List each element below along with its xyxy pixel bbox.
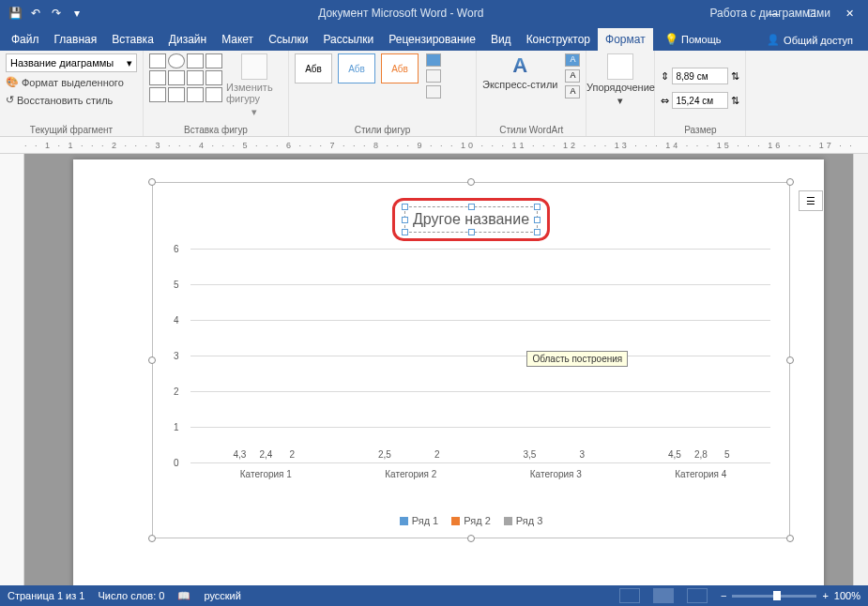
group-label: Размер [661,123,739,135]
arrange-button[interactable]: Упорядочение▾ [592,53,648,107]
page[interactable]: ☰ Другое название 01234564,32,42Категори… [73,159,824,585]
wordart-icon: A [512,53,527,78]
tab-help-label: Помощь [681,34,722,45]
text-fill-button[interactable]: A [565,53,580,67]
resize-handle[interactable] [786,356,794,364]
vertical-scrollbar[interactable] [853,154,868,585]
tab-format[interactable]: Формат [598,28,653,51]
resize-handle[interactable] [467,535,475,542]
group-label: Стили WordArt [482,123,580,135]
width-input[interactable]: 15,24 см [672,92,728,109]
text-effects-button[interactable]: A [565,85,580,98]
resize-handle[interactable] [786,535,794,542]
chart-title-highlight: Другое название [392,198,550,241]
shape-outline-button[interactable] [426,69,441,83]
statusbar: Страница 1 из 1 Число слов: 0 📖 русский … [0,585,868,606]
zoom-in-button[interactable]: + [822,590,828,601]
tab-view[interactable]: Вид [483,28,519,51]
word-count[interactable]: Число слов: 0 [98,590,164,601]
reset-style-button[interactable]: ↺ Восстановить стиль [6,92,113,108]
tab-file[interactable]: Файл [4,28,47,51]
group-label: Стили фигур [295,123,470,135]
proofing-icon[interactable]: 📖 [177,590,190,602]
tab-home[interactable]: Главная [47,28,105,51]
language-indicator[interactable]: русский [204,590,240,601]
tab-help[interactable]: 💡 Помощь [657,28,729,51]
tab-layout[interactable]: Макет [214,28,261,51]
group-label: Вставка фигур [149,123,282,135]
share-label: Общий доступ [784,35,853,46]
group-insert-shapes: Изменить фигуру▾ Вставка фигур [144,51,289,136]
zoom-slider[interactable] [732,595,816,598]
print-layout-button[interactable] [653,588,674,603]
resize-handle[interactable] [786,178,794,186]
page-indicator[interactable]: Страница 1 из 1 [8,590,84,601]
undo-icon[interactable]: ↶ [28,6,43,21]
shape-gallery[interactable] [149,53,222,102]
layout-options-button[interactable]: ☰ [799,190,823,211]
share-button[interactable]: 👤Общий доступ [759,29,860,51]
plot-area[interactable]: 01234564,32,42Категория 12,52Категория 2… [190,249,770,462]
vertical-ruler[interactable] [0,154,24,585]
tab-insert[interactable]: Вставка [104,28,161,51]
ribbon: Название диаграммы▾ 🎨 Формат выделенного… [0,51,868,137]
shape-fill-button[interactable] [426,53,441,67]
group-current-selection: Название диаграммы▾ 🎨 Формат выделенного… [0,51,144,136]
group-shape-styles: Абв Абв Абв Стили фигур [289,51,477,136]
text-outline-button[interactable]: A [565,69,580,83]
arrange-icon [607,53,633,80]
style-preset-2[interactable]: Абв [338,53,375,83]
dropdown-value: Название диаграммы [10,57,114,68]
wordart-quick-styles[interactable]: A Экспресс-стили [482,53,557,90]
qat-more-icon[interactable]: ▾ [69,6,84,21]
resize-handle[interactable] [148,535,156,542]
tab-references[interactable]: Ссылки [261,28,315,51]
web-layout-button[interactable] [687,588,708,603]
chart-title-box[interactable]: Другое название [404,206,538,233]
tab-mailings[interactable]: Рассылки [315,28,381,51]
read-mode-button[interactable] [619,588,640,603]
change-shape-icon [241,53,267,80]
height-input[interactable]: 8,89 см [672,68,728,84]
maximize-button[interactable]: ☐ [793,0,830,26]
spinner-icon[interactable]: ⇅ [731,70,739,83]
tab-design[interactable]: Дизайн [161,28,214,51]
group-label: Текущий фрагмент [6,123,137,135]
tab-constructor[interactable]: Конструктор [519,28,598,51]
resize-handle[interactable] [148,356,156,364]
chevron-down-icon: ▾ [127,57,132,69]
tab-review[interactable]: Рецензирование [381,28,483,51]
shape-effects-button[interactable] [426,85,441,98]
titlebar: 💾 ↶ ↷ ▾ Документ Microsoft Word - Word Р… [0,0,868,26]
zoom-level[interactable]: 100% [834,590,860,601]
format-selection-button[interactable]: 🎨 Формат выделенного [6,74,124,90]
save-icon[interactable]: 💾 [8,6,23,21]
group-label [592,123,648,135]
chart-tooltip: Область построения [526,351,628,367]
redo-icon[interactable]: ↷ [49,6,64,21]
document-area[interactable]: ☰ Другое название 01234564,32,42Категори… [24,154,853,585]
spinner-icon[interactable]: ⇅ [731,95,739,107]
resize-handle[interactable] [148,178,156,186]
group-size: ⇕8,89 см⇅ ⇔15,24 см⇅ Размер [655,51,746,136]
zoom-control[interactable]: − + 100% [721,590,860,601]
chart-title-text[interactable]: Другое название [413,211,529,227]
chart-object[interactable]: ☰ Другое название 01234564,32,42Категори… [152,182,790,538]
resize-handle[interactable] [467,178,475,186]
height-icon: ⇕ [661,70,669,83]
ribbon-tabs: Файл Главная Вставка Дизайн Макет Ссылки… [0,26,868,51]
shape-style-gallery[interactable]: Абв Абв Абв [295,53,419,83]
person-icon: 👤 [767,34,780,46]
chart-element-dropdown[interactable]: Название диаграммы▾ [6,53,137,72]
document-title: Документ Microsoft Word - Word [92,7,710,20]
close-button[interactable]: ✕ [830,0,868,26]
horizontal-ruler[interactable]: · · 1 · 1 · · · 2 · · · 3 · · · 4 · · · … [0,137,868,154]
change-shape-button: Изменить фигуру▾ [226,53,282,118]
style-preset-3[interactable]: Абв [381,53,419,83]
minimize-button[interactable]: — [755,0,793,26]
zoom-out-button[interactable]: − [721,590,726,601]
style-preset-1[interactable]: Абв [295,53,332,83]
quick-access-toolbar: 💾 ↶ ↷ ▾ [0,6,92,21]
group-wordart-styles: A Экспресс-стили A A A Стили WordArt [477,51,586,136]
chart-legend[interactable]: Ряд 1Ряд 2Ряд 3 [153,515,789,526]
